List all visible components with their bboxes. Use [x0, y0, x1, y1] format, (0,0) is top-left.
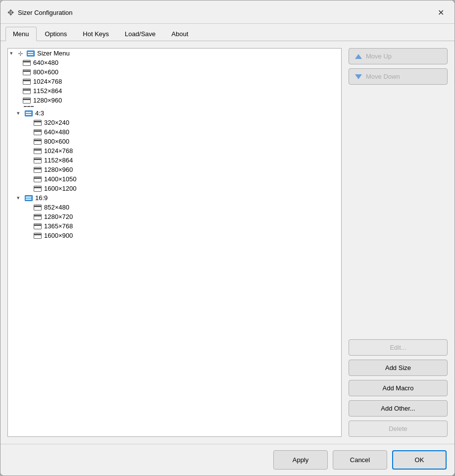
window-icon: [34, 223, 42, 229]
window-icon: [34, 120, 42, 126]
item-label: 1024×768: [44, 147, 73, 155]
footer: Apply Cancel OK: [0, 444, 455, 476]
item-label: 1280×720: [44, 213, 73, 220]
list-item[interactable]: 1280×960: [8, 165, 341, 174]
list-item[interactable]: 1280×960: [8, 96, 341, 105]
item-label: 1365×768: [44, 222, 73, 230]
add-other-button[interactable]: Add Other...: [349, 400, 448, 417]
move-up-button[interactable]: Move Up: [349, 48, 448, 64]
content-area: ▾ ✛ Sizer Menu 640×480 800×600 1024×768: [0, 41, 455, 444]
window-icon: [23, 79, 31, 85]
tree-item-group-169[interactable]: ▾ 16:9: [8, 193, 341, 203]
title-bar-left: ✥ Sizer Configuration: [7, 8, 73, 17]
tab-menu[interactable]: Menu: [5, 27, 37, 41]
edit-button[interactable]: Edit...: [349, 339, 448, 356]
group-icon: [27, 51, 35, 56]
window-icon: [34, 214, 42, 220]
tab-bar: Menu Options Hot Keys Load/Save About: [0, 24, 455, 41]
dialog: ✥ Sizer Configuration ✕ Menu Options Hot…: [0, 0, 455, 476]
tab-options[interactable]: Options: [38, 27, 75, 41]
arrow-down-icon: [355, 74, 362, 79]
list-item[interactable]: 1600×1200: [8, 184, 341, 193]
delete-button[interactable]: Delete: [349, 421, 448, 437]
dialog-icon: ✥: [7, 8, 14, 17]
tree-panel[interactable]: ▾ ✛ Sizer Menu 640×480 800×600 1024×768: [7, 48, 342, 437]
tree-item-root[interactable]: ▾ ✛ Sizer Menu: [8, 49, 341, 58]
list-item[interactable]: 640×480: [8, 127, 341, 137]
list-item[interactable]: 852×480: [8, 203, 341, 212]
item-label: 1600×1200: [44, 185, 76, 192]
move-up-label: Move Up: [366, 53, 392, 60]
list-item[interactable]: 1152×864: [8, 156, 341, 165]
window-icon: [34, 186, 42, 192]
dialog-title: Sizer Configuration: [18, 9, 73, 16]
right-panel: Move Up Move Down Edit... Add Size Add M…: [349, 48, 448, 437]
item-label: 320×240: [44, 119, 69, 126]
tree-root-label: Sizer Menu: [37, 50, 70, 57]
ok-button[interactable]: OK: [392, 450, 447, 470]
item-label: 800×600: [33, 68, 58, 76]
item-label: 1400×1050: [44, 175, 76, 183]
list-item[interactable]: 1152×864: [8, 86, 341, 96]
item-label: 1152×864: [33, 87, 62, 95]
list-item-separator[interactable]: [8, 105, 341, 108]
item-label: 1152×864: [44, 157, 73, 164]
list-item[interactable]: 1024×768: [8, 146, 341, 156]
item-label: 1600×900: [44, 232, 73, 239]
item-label: 640×480: [44, 128, 69, 136]
list-item[interactable]: 800×600: [8, 137, 341, 146]
list-item[interactable]: 1365×768: [8, 221, 341, 231]
title-bar: ✥ Sizer Configuration ✕: [0, 0, 455, 24]
apply-button[interactable]: Apply: [273, 450, 328, 470]
window-icon: [23, 69, 31, 75]
tab-loadsave[interactable]: Load/Save: [117, 27, 163, 41]
list-item[interactable]: 640×480: [8, 58, 341, 67]
window-icon: [23, 60, 31, 66]
window-icon: [34, 167, 42, 173]
list-item[interactable]: 320×240: [8, 118, 341, 127]
item-label: 1280×960: [33, 97, 62, 104]
window-icon: [34, 233, 42, 239]
chevron-down-icon: ▾: [10, 50, 17, 56]
item-label: 852×480: [44, 204, 69, 211]
window-icon: [34, 158, 42, 163]
tab-about[interactable]: About: [164, 27, 196, 41]
chevron-down-icon: ▾: [17, 195, 24, 201]
add-size-button[interactable]: Add Size: [349, 360, 448, 376]
drag-icon: ✛: [18, 50, 25, 57]
window-icon: [34, 139, 42, 145]
list-item[interactable]: 1024×768: [8, 77, 341, 86]
group-label: 4:3: [35, 109, 44, 117]
list-item[interactable]: 1400×1050: [8, 174, 341, 184]
list-item[interactable]: 800×600: [8, 67, 341, 77]
move-down-button[interactable]: Move Down: [349, 68, 448, 85]
group-label: 16:9: [35, 194, 48, 202]
item-label: 640×480: [33, 59, 58, 66]
item-label: 800×600: [44, 138, 69, 145]
add-macro-button[interactable]: Add Macro: [349, 380, 448, 396]
list-item[interactable]: 1280×720: [8, 212, 341, 221]
arrow-up-icon: [355, 54, 362, 59]
window-icon: [34, 205, 42, 211]
list-item[interactable]: 1600×900: [8, 231, 341, 240]
tab-hotkeys[interactable]: Hot Keys: [75, 27, 116, 41]
item-label: 1280×960: [44, 166, 73, 173]
separator-icon: [24, 106, 34, 107]
window-icon: [23, 98, 31, 104]
window-icon: [34, 176, 42, 182]
cancel-button[interactable]: Cancel: [333, 450, 387, 470]
tree-item-group-43[interactable]: ▾ 4:3: [8, 108, 341, 118]
window-icon: [23, 88, 31, 94]
chevron-down-icon: ▾: [17, 110, 24, 116]
move-down-label: Move Down: [366, 73, 400, 80]
group-icon: [25, 195, 33, 201]
item-label: 1024×768: [33, 78, 62, 85]
group-icon: [25, 110, 33, 116]
window-icon: [34, 129, 42, 135]
close-button[interactable]: ✕: [434, 5, 448, 19]
window-icon: [34, 148, 42, 154]
